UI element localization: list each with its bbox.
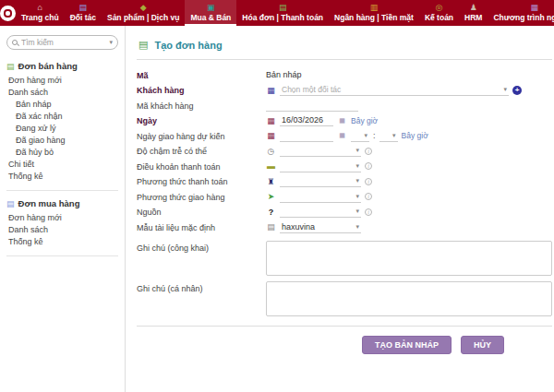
note-private-textarea[interactable]	[266, 281, 552, 316]
form-row-date: Ngày ▦ ▦ Bây giờ	[137, 113, 552, 129]
money-bill-icon: ▬	[266, 161, 276, 171]
customer-code-input[interactable]	[266, 100, 358, 112]
delivery-date-field[interactable]	[282, 131, 331, 140]
delivery-date-label: Ngày giao hàng dự kiến	[137, 131, 266, 141]
calendar-picker-icon[interactable]: ▦	[337, 132, 347, 139]
note-public-label: Ghi chú (công khai)	[137, 241, 266, 253]
nav-item-accounting[interactable]: ◎ Kế toán	[419, 0, 459, 26]
sidebar-item-new-purchase-order[interactable]: Đơn hàng mới	[6, 212, 118, 224]
shipping-method-label: Phương thức giao hàng	[137, 192, 266, 202]
action-buttons-bar: TẠO BẢN NHÁP HỦY	[137, 326, 552, 354]
nav-item-hrm[interactable]: ♟ HRM	[459, 0, 488, 26]
app-logo[interactable]	[0, 0, 16, 26]
info-icon: i	[365, 178, 372, 185]
create-order-form: Mã Bản nháp Khách hàng ▦ Chọn một đối tá…	[137, 67, 552, 354]
home-icon: ⌂	[38, 3, 42, 12]
add-customer-button[interactable]: +	[512, 86, 522, 95]
form-row-delivery-date: Ngày giao hàng dự kiến ▦ ▦ ▾ : ▾ Bây giờ	[137, 128, 552, 144]
sidebar-item-processing[interactable]: Đang xử lý	[6, 123, 118, 135]
hrm-icon: ♟	[470, 3, 477, 12]
payment-method-select[interactable]: ▾	[280, 175, 361, 187]
nav-item-agenda[interactable]: ▦ Chương trình nghị sự	[488, 0, 554, 26]
customer-code-label: Mã khách hàng	[137, 101, 266, 111]
sidebar-item-purchase-list[interactable]: Danh sách	[6, 224, 118, 236]
invoice-icon: ▤	[279, 3, 287, 12]
nav-item-home[interactable]: ⌂ Trang chủ	[16, 0, 65, 26]
sidebar-item-canceled[interactable]: Đã hủy bỏ	[6, 147, 118, 159]
source-select[interactable]: ▾	[280, 206, 361, 218]
delivery-hour-select[interactable]: ▾	[351, 130, 369, 142]
sidebar-search[interactable]: Tìm kiếm ▾	[6, 35, 118, 50]
form-row-payment-method: Phương thức thanh toán ♜ ▾ i	[137, 174, 552, 190]
note-public-textarea[interactable]	[266, 241, 552, 276]
agenda-icon: ▦	[531, 3, 539, 12]
calendar-icon[interactable]: ▦	[266, 131, 276, 140]
customer-code-field[interactable]	[268, 101, 356, 110]
delivery-now-link[interactable]: Bây giờ	[402, 131, 428, 140]
truck-icon: ➤	[266, 192, 276, 201]
shipping-method-select[interactable]: ▾	[280, 191, 361, 203]
purchase-order-icon: ▤	[6, 199, 15, 208]
sidebar-item-validated[interactable]: Đã xác nhận	[6, 111, 118, 123]
create-draft-button[interactable]: TẠO BẢN NHÁP	[362, 336, 452, 354]
sidebar-item-delivered[interactable]: Đã giao hàng	[6, 135, 118, 147]
question-mark-icon: ?	[266, 208, 276, 217]
nav-item-products-services[interactable]: ◆ Sản phẩm | Dịch vụ	[102, 0, 185, 26]
delivery-minute-select[interactable]: ▾	[379, 130, 398, 142]
ref-value: Bản nháp	[266, 70, 302, 79]
search-input[interactable]: Tìm kiếm	[21, 38, 105, 47]
sidebar-item-detail[interactable]: Chi tiết	[6, 159, 118, 171]
info-icon: i	[365, 148, 372, 155]
search-icon	[12, 40, 18, 45]
form-row-ref: Mã Bản nháp	[137, 67, 552, 83]
nav-item-invoices[interactable]: ▤ Hóa đơn | Thanh toán	[236, 0, 329, 26]
form-row-shipping-method: Phương thức giao hàng ➤ ▾ i	[137, 189, 552, 205]
doc-template-select[interactable]: haxuvina ▾	[280, 221, 361, 233]
delivery-date-input[interactable]	[280, 130, 333, 142]
form-row-payment-terms: Điều khoản thanh toán ▬ ▾ i	[137, 159, 552, 174]
sidebar-item-purchase-statistics[interactable]: Thống kê	[6, 236, 118, 248]
form-row-doc-template: Mẫu tài liệu mặc định ▤ haxuvina ▾	[137, 220, 552, 235]
info-icon: i	[365, 193, 372, 200]
nav-item-bank[interactable]: ▥ Ngân hàng | Tiền mặt	[329, 0, 419, 26]
source-label: Nguồn	[137, 207, 266, 217]
page-title: Tạo đơn hàng	[154, 40, 222, 51]
form-row-delay: Độ chậm trễ có thể ◷ ▾ i	[137, 144, 552, 160]
delay-label: Độ chậm trễ có thể	[137, 146, 266, 156]
sidebar-section-title: Đơn mua hàng	[18, 198, 80, 208]
sidebar-divider	[6, 190, 118, 191]
sidebar-divider	[6, 255, 118, 256]
clock-icon: ◷	[266, 147, 276, 156]
sidebar-item-sales-list[interactable]: Danh sách	[6, 87, 118, 99]
date-now-link[interactable]: Bây giờ	[351, 116, 378, 125]
payment-terms-label: Điều khoản thanh toán	[137, 161, 266, 172]
sidebar-item-sales-statistics[interactable]: Thống kê	[6, 171, 118, 183]
sidebar-item-draft[interactable]: Bản nháp	[6, 99, 118, 111]
form-row-source: Nguồn ? ▾ i	[137, 205, 552, 220]
main-content: ▤ Tạo đơn hàng Mã Bản nháp Khách hàng ▦ …	[126, 26, 554, 392]
bank-building-icon: ♜	[266, 177, 276, 186]
date-field[interactable]	[282, 115, 331, 125]
form-row-customer: Khách hàng ▦ Chọn một đối tác ▾ +	[137, 83, 552, 99]
date-input[interactable]	[280, 114, 333, 126]
third-parties-icon: ▤	[79, 3, 88, 12]
bank-icon: ▥	[370, 3, 379, 12]
calendar-icon[interactable]: ▦	[266, 116, 276, 125]
info-icon: i	[365, 162, 372, 170]
delay-select[interactable]: ▾	[280, 145, 361, 157]
sidebar-section-sales-orders: ▤ Đơn bán hàng Đơn hàng mới Danh sách Bả…	[6, 61, 118, 183]
customer-select[interactable]: Chọn một đối tác ▾	[280, 84, 509, 96]
nav-item-third-parties[interactable]: ▤ Đối tác	[65, 0, 102, 26]
cancel-button[interactable]: HỦY	[461, 336, 504, 354]
payment-terms-select[interactable]: ▾	[280, 160, 361, 172]
order-document-icon: ▤	[138, 39, 148, 51]
top-navbar: ⌂ Trang chủ ▤ Đối tác ◆ Sản phẩm | Dịch …	[0, 0, 554, 26]
nav-item-commerce[interactable]: ▣ Mua & Bán	[185, 0, 236, 26]
chevron-down-icon: ▾	[503, 86, 507, 93]
sidebar-item-new-sales-order[interactable]: Đơn hàng mới	[6, 75, 118, 87]
commerce-cart-icon: ▣	[207, 3, 215, 12]
chevron-down-icon[interactable]: ▾	[109, 39, 113, 46]
calendar-picker-icon[interactable]: ▦	[337, 117, 347, 125]
dolibarr-logo-icon	[0, 6, 16, 21]
note-private-label: Ghi chú (cá nhân)	[137, 281, 266, 293]
